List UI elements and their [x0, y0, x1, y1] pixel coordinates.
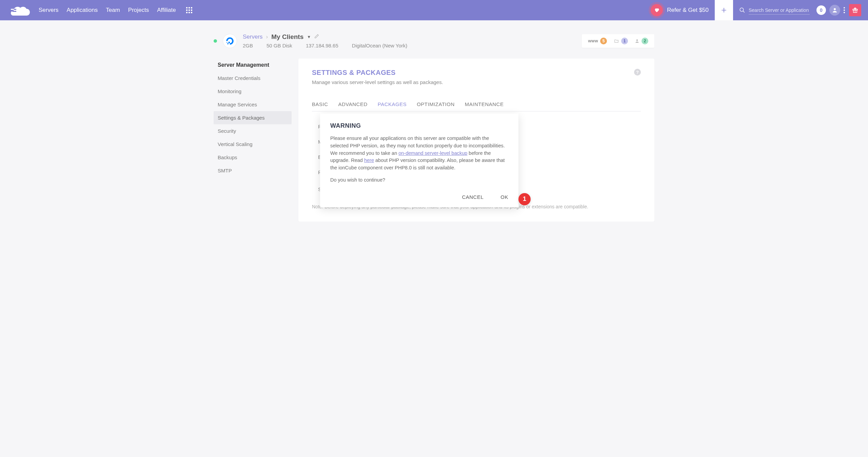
- main-panel: SETTINGS & PACKAGES ? Manage various ser…: [298, 59, 654, 222]
- server-name: My Clients: [271, 33, 303, 41]
- svg-point-0: [740, 8, 744, 12]
- server-provider: DigitalOcean (New York): [352, 43, 407, 48]
- add-button[interactable]: [715, 0, 733, 20]
- server-ip: 137.184.98.65: [306, 43, 338, 48]
- refer-block[interactable]: Refer & Get $50: [651, 4, 709, 16]
- stat-projects[interactable]: 1: [614, 38, 628, 44]
- stat-www-label: www: [588, 39, 598, 43]
- help-icon[interactable]: ?: [634, 69, 641, 76]
- kebab-menu-icon[interactable]: [844, 7, 845, 13]
- provider-icon: [223, 34, 237, 48]
- server-header: Servers › My Clients ▼ 2GB 50 GB Disk 13…: [214, 20, 654, 59]
- search-input[interactable]: [749, 6, 810, 15]
- tab-advanced[interactable]: ADVANCED: [338, 97, 368, 111]
- search-block: [733, 6, 813, 15]
- nav-links: Servers Applications Team Projects Affil…: [39, 7, 176, 14]
- server-meta: 2GB 50 GB Disk 137.184.98.65 DigitalOcea…: [243, 43, 407, 48]
- breadcrumb-servers-link[interactable]: Servers: [243, 34, 263, 40]
- tab-basic[interactable]: BASIC: [312, 97, 328, 111]
- modal-link-backup[interactable]: on-demand server-level backup: [398, 150, 467, 156]
- sidebar: Server Management Master Credentials Mon…: [214, 59, 292, 177]
- panel-title: SETTINGS & PACKAGES: [312, 69, 396, 77]
- sidebar-item-monitoring[interactable]: Monitoring: [214, 85, 292, 98]
- svg-rect-6: [226, 42, 227, 43]
- tab-maintenance[interactable]: MAINTENANCE: [465, 97, 504, 111]
- modal-confirm-text: Do you wish to continue?: [330, 177, 508, 183]
- svg-point-1: [834, 8, 836, 10]
- topbar: Servers Applications Team Projects Affil…: [0, 0, 868, 20]
- sidebar-item-settings-packages[interactable]: Settings & Packages: [214, 111, 292, 124]
- nav-link-team[interactable]: Team: [106, 7, 120, 14]
- stat-www-count: 5: [600, 38, 607, 44]
- status-dot-icon: [214, 39, 217, 43]
- stat-users[interactable]: 2: [635, 38, 648, 44]
- stat-projects-count: 1: [621, 38, 628, 44]
- panel-subtitle: Manage various server-level settings as …: [312, 79, 641, 85]
- modal-title: WARNING: [330, 122, 508, 129]
- folder-icon: [614, 39, 619, 43]
- svg-point-7: [636, 39, 638, 41]
- cancel-button[interactable]: CANCEL: [462, 194, 484, 200]
- tabs: BASIC ADVANCED PACKAGES OPTIMIZATION MAI…: [312, 97, 641, 111]
- user-avatar-icon[interactable]: [829, 5, 840, 16]
- server-disk: 50 GB Disk: [267, 43, 292, 48]
- sidebar-item-backups[interactable]: Backups: [214, 151, 292, 164]
- server-ram: 2GB: [243, 43, 253, 48]
- topbar-right: Refer & Get $50 0: [651, 0, 861, 20]
- user-icon: [635, 39, 639, 43]
- sidebar-item-security[interactable]: Security: [214, 124, 292, 138]
- nav-link-projects[interactable]: Projects: [128, 7, 149, 14]
- tab-optimization[interactable]: OPTIMIZATION: [417, 97, 455, 111]
- logo-icon[interactable]: [10, 4, 32, 16]
- edit-icon[interactable]: [314, 34, 319, 40]
- sidebar-title: Server Management: [214, 59, 292, 71]
- sidebar-item-manage-services[interactable]: Manage Services: [214, 98, 292, 111]
- gift-button[interactable]: [849, 4, 861, 16]
- heart-icon: [651, 4, 663, 16]
- search-icon: [739, 7, 745, 13]
- ok-button[interactable]: OK: [500, 194, 508, 200]
- modal-link-here[interactable]: here: [364, 158, 374, 163]
- svg-rect-5: [227, 43, 228, 44]
- sidebar-item-smtp[interactable]: SMTP: [214, 164, 292, 177]
- modal-text: Please ensure all your applications on t…: [330, 135, 508, 172]
- nav-link-affiliate[interactable]: Affiliate: [157, 7, 176, 14]
- stat-users-count: 2: [642, 38, 648, 44]
- sidebar-item-vertical-scaling[interactable]: Vertical Scaling: [214, 138, 292, 151]
- step-marker: 1: [518, 193, 531, 205]
- svg-rect-4: [229, 42, 230, 43]
- warning-modal: WARNING Please ensure all your applicati…: [320, 113, 518, 207]
- stat-www[interactable]: www 5: [588, 38, 607, 44]
- notification-badge[interactable]: 0: [816, 5, 826, 15]
- modal-actions: CANCEL OK: [330, 194, 508, 200]
- refer-text: Refer & Get $50: [667, 7, 709, 14]
- nav-link-servers[interactable]: Servers: [39, 7, 59, 14]
- nav-link-applications[interactable]: Applications: [67, 7, 98, 14]
- stats-box: www 5 1 2: [582, 34, 654, 48]
- chevron-right-icon: ›: [266, 34, 268, 40]
- breadcrumb: Servers › My Clients ▼ 2GB 50 GB Disk 13…: [243, 33, 407, 48]
- apps-grid-icon[interactable]: [186, 7, 192, 13]
- caret-down-icon[interactable]: ▼: [307, 35, 311, 39]
- sidebar-item-master-credentials[interactable]: Master Credentials: [214, 71, 292, 85]
- tab-packages[interactable]: PACKAGES: [378, 97, 407, 111]
